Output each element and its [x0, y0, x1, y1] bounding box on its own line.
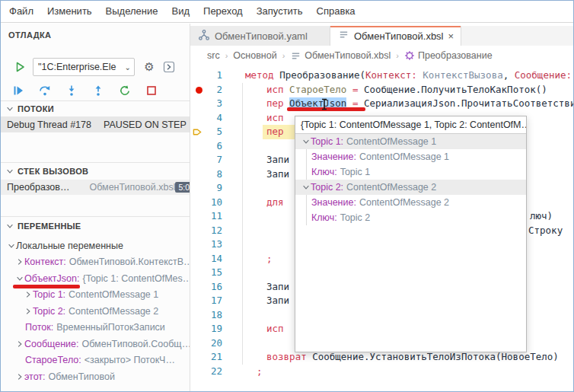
token: Сообщение.УстановитьТелоИзПотока(НовоеТе…	[312, 351, 559, 362]
open-debug-panel-button[interactable]	[161, 59, 177, 75]
restart-button[interactable]	[116, 82, 133, 99]
thread-row[interactable]: Debug Thread #178 PAUSED ON STEP	[1, 116, 190, 132]
chevron-down-icon[interactable]	[301, 137, 311, 146]
menu-item-Справка[interactable]: Справка	[310, 1, 362, 22]
token: Запи	[266, 168, 289, 180]
line-number[interactable]: 22	[190, 365, 222, 379]
menu-item-Запустить[interactable]: Запустить	[250, 1, 310, 22]
popup-row-Topic 2[interactable]: Topic 2:ContentOfMessage 2	[295, 180, 526, 195]
breadcrumb-item-src[interactable]: src	[207, 50, 220, 61]
chevron-right-icon[interactable]	[15, 257, 24, 266]
close-icon[interactable]: ×	[448, 30, 454, 42]
line-number[interactable]: 12	[190, 224, 222, 238]
variable-value: ContentOfMessage 2	[69, 306, 158, 317]
line-number[interactable]: 14	[190, 252, 222, 266]
breadcrumb-item-Основной[interactable]: Основной	[233, 50, 276, 61]
code-line-3[interactable]: 3пер ОбъектJson = СериализацияJson.Прочи…	[190, 97, 574, 111]
line-number[interactable]: 16	[190, 280, 222, 295]
popup-row-Ключ[interactable]: Ключ:Topic 1	[295, 164, 526, 180]
menu-item-Файл[interactable]: Файл	[2, 1, 40, 22]
stop-button[interactable]	[143, 82, 160, 99]
chevron-right-icon[interactable]	[24, 307, 33, 316]
continue-button[interactable]	[10, 82, 27, 99]
menu-item-Выделение[interactable]: Выделение	[99, 1, 165, 22]
text-cursor	[320, 98, 328, 113]
threads-header-label: ПОТОКИ	[18, 104, 54, 113]
start-debug-button[interactable]	[11, 59, 28, 75]
popup-row-Значение[interactable]: Значение:ContentOfMessage 2	[295, 195, 526, 210]
variable-row-Topic 1[interactable]: Topic 1:ContentOfMessage 1	[1, 287, 190, 304]
variable-value: ОбменТиповой	[49, 371, 115, 382]
breadcrumb: src›Основной›ОбменТиповой.xbsl›Преобразо…	[190, 46, 574, 65]
line-number[interactable]: 4	[190, 111, 222, 126]
code-text: ;	[245, 365, 263, 379]
line-number[interactable]: 10	[190, 196, 222, 210]
popup-row-Ключ[interactable]: Ключ:Topic 2	[295, 210, 526, 225]
breadcrumb-item-Преобразование[interactable]: Преобразование	[404, 50, 493, 61]
line-number[interactable]: 21	[190, 350, 222, 365]
tab-ОбменТиповой.yaml[interactable]: ОбменТиповой.yaml	[190, 26, 330, 46]
callstack-frame-row[interactable]: Преобразов… ОбменТиповой.xbsl 5:0	[1, 180, 190, 195]
line-number[interactable]: 6	[190, 139, 222, 154]
popup-row-Значение[interactable]: Значение:ContentOfMessage 1	[295, 149, 526, 164]
section-callstack[interactable]: СТЕК ВЫЗОВОВ	[5, 165, 88, 177]
menu-item-Переход[interactable]: Переход	[196, 1, 250, 22]
breadcrumb-item-ОбменТиповой.xbsl[interactable]: ОбменТиповой.xbsl	[290, 50, 391, 62]
line-number[interactable]: 20	[190, 336, 222, 351]
token: пер	[266, 97, 289, 109]
popup-entry-value: ContentOfMessage 1	[359, 151, 449, 162]
popup-entry-name: Ключ:	[311, 167, 337, 177]
variable-row-Контекст[interactable]: Контекст:ОбменТиповой.КонтекстВ…	[1, 254, 190, 271]
step-into-button[interactable]	[63, 82, 80, 99]
line-number[interactable]: 13	[190, 237, 222, 252]
launch-config-select[interactable]: "1C:Enterprise.Ele ⌄	[33, 58, 135, 76]
step-over-button[interactable]	[37, 82, 53, 99]
gear-icon[interactable]: ⚙	[141, 59, 158, 75]
thread-name: Debug Thread #178	[7, 120, 91, 130]
variable-row-Topic 2[interactable]: Topic 2:ContentOfMessage 2	[1, 303, 190, 320]
code-line-2[interactable]: 2исп СтароеТело = Сообщение.ПолучитьТело…	[190, 83, 574, 97]
divider	[1, 100, 190, 101]
popup-entry-value: ContentOfMessage 2	[346, 182, 436, 193]
code-editor[interactable]: 1метод Преобразование(Контекст: Контекст…	[190, 65, 574, 392]
variable-name: Поток:	[25, 322, 53, 333]
menu-item-Изменить[interactable]: Изменить	[40, 1, 99, 22]
variable-row-Локальные переменные[interactable]: Локальные переменные	[1, 237, 190, 254]
line-number[interactable]: 15	[190, 266, 222, 280]
chevron-down-icon[interactable]	[301, 183, 311, 192]
line-number[interactable]: 9	[190, 181, 222, 196]
token: Запи	[266, 281, 289, 292]
line-number[interactable]: 8	[190, 167, 222, 182]
variable-name: Контекст:	[24, 257, 66, 267]
variable-value: <закрыто> ПотокЧ…	[85, 355, 175, 365]
code-line-22[interactable]: 22 ;	[190, 365, 574, 379]
section-variables[interactable]: ПЕРЕМЕННЫЕ	[5, 220, 81, 232]
variable-row-Сообщение[interactable]: Сообщение:ОбменТиповой.Сообщ…	[1, 336, 190, 352]
step-out-button[interactable]	[90, 82, 107, 99]
line-number[interactable]: 17	[190, 294, 222, 308]
chevron-down-icon[interactable]	[7, 241, 16, 250]
code-line-1[interactable]: 1метод Преобразование(Контекст: Контекст…	[190, 69, 574, 83]
variable-row-СтароеТело[interactable]: СтароеТело:<закрыто> ПотокЧ…	[1, 352, 190, 369]
variable-row-Поток[interactable]: Поток:ВременныйПотокЗаписи	[1, 320, 190, 336]
chevron-right-icon[interactable]	[15, 372, 24, 381]
line-number[interactable]: 7	[190, 153, 222, 167]
code-text: исп	[266, 111, 284, 126]
line-number[interactable]: 11	[190, 209, 222, 224]
section-threads[interactable]: ПОТОКИ	[5, 103, 54, 115]
token: :	[411, 69, 417, 81]
variable-row-этот[interactable]: этот:ОбменТиповой	[1, 368, 190, 385]
popup-row-Topic 1[interactable]: Topic 1:ContentOfMessage 1	[295, 134, 526, 149]
line-number[interactable]: 19	[190, 322, 222, 336]
token: :	[566, 69, 572, 81]
tab-ОбменТиповой.xbsl[interactable]: ОбменТиповой.xbsl×	[330, 26, 461, 46]
line-number[interactable]: 3	[190, 97, 222, 111]
menu-item-Вид[interactable]: Вид	[165, 1, 197, 22]
chevron-right-icon[interactable]	[24, 290, 33, 299]
token	[346, 84, 352, 95]
breakpoint-dot[interactable]	[196, 87, 202, 94]
line-number[interactable]: 18	[190, 308, 222, 323]
line-number[interactable]: 1	[190, 69, 222, 83]
chevron-down-icon[interactable]	[15, 274, 24, 283]
chevron-right-icon[interactable]	[15, 339, 24, 349]
